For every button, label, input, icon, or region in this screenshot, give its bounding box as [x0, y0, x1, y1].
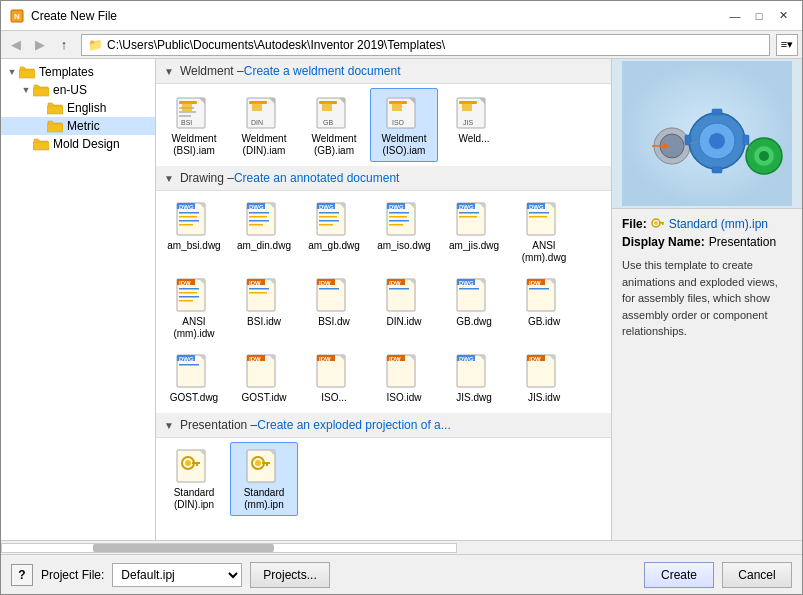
preview-image: [612, 59, 802, 209]
file-label: GOST.dwg: [170, 392, 218, 404]
tree-item-english[interactable]: ▶ English: [1, 99, 155, 117]
file-item-bsi2[interactable]: IDW BSI.dw: [300, 271, 368, 345]
file-item-weld-jis[interactable]: JIS Weld...: [440, 88, 508, 162]
section-link[interactable]: Create a weldment document: [244, 64, 401, 78]
scrollbar-thumb[interactable]: [93, 544, 275, 552]
svg-text:DIN: DIN: [251, 119, 263, 126]
minimize-button[interactable]: —: [724, 5, 746, 27]
file-item-weld-iso[interactable]: ISO Weldment(ISO).iam: [370, 88, 438, 162]
svg-rect-81: [179, 300, 193, 302]
svg-rect-45: [249, 224, 263, 226]
maximize-button[interactable]: □: [748, 5, 770, 27]
create-button[interactable]: Create: [644, 562, 714, 588]
tree-item-metric[interactable]: ▶ Metric: [1, 117, 155, 135]
project-file-select[interactable]: Default.ipj: [112, 563, 242, 587]
svg-rect-107: [529, 288, 549, 290]
cancel-button[interactable]: Cancel: [722, 562, 792, 588]
file-item-gb-idw[interactable]: IDW GB.idw: [510, 271, 578, 345]
window-title: Create New File: [31, 9, 724, 23]
svg-rect-86: [249, 288, 269, 290]
close-button[interactable]: ✕: [772, 5, 794, 27]
file-item-std-mm-ipn[interactable]: Standard(mm).ipn: [230, 442, 298, 516]
main-window: N Create New File — □ ✕ ◀ ▶ ↑ 📁 C:\Users…: [0, 0, 803, 595]
path-text: C:\Users\Public\Documents\Autodesk\Inven…: [107, 38, 445, 52]
section-header-drawing[interactable]: ▼ Drawing – Create an annotated document: [156, 166, 611, 191]
svg-rect-18: [322, 103, 332, 111]
file-label-prefix: File:: [622, 217, 647, 231]
svg-rect-50: [319, 212, 339, 214]
tree-label: English: [67, 101, 106, 115]
file-panel: ▼ Weldment – Create a weldment document: [156, 59, 612, 540]
file-item-gb-dwg[interactable]: DWG GB.dwg: [440, 271, 508, 345]
toolbar: ◀ ▶ ↑ 📁 C:\Users\Public\Documents\Autode…: [1, 31, 802, 59]
section-header-presentation[interactable]: ▼ Presentation – Create an exploded proj…: [156, 413, 611, 438]
svg-point-157: [759, 151, 769, 161]
file-label: am_iso.dwg: [377, 240, 430, 252]
svg-text:IDW: IDW: [529, 280, 541, 286]
svg-rect-43: [249, 216, 267, 218]
help-button[interactable]: ?: [11, 564, 33, 586]
file-item-am-jis-dwg[interactable]: DWG am_jis.dwg: [440, 195, 508, 269]
file-item-weld-din[interactable]: DIN Weldment(DIN).iam: [230, 88, 298, 162]
file-item-jis-dwg[interactable]: DWG JIS.dwg: [440, 347, 508, 409]
svg-text:BSI: BSI: [181, 119, 192, 126]
file-info-row: File: Standard (mm).ipn: [622, 217, 792, 231]
file-item-weld-gb[interactable]: GB Weldment(GB).iam: [300, 88, 368, 162]
svg-rect-36: [179, 220, 199, 222]
back-button[interactable]: ◀: [5, 34, 27, 56]
file-item-am-iso-dwg[interactable]: DWG am_iso.dwg: [370, 195, 438, 269]
folder-icon: [33, 83, 49, 97]
section-link[interactable]: Create an annotated document: [234, 171, 399, 185]
svg-text:DWG: DWG: [319, 204, 334, 210]
file-item-weld-bsi[interactable]: BSI Weldment(BSI).iam: [160, 88, 228, 162]
tree-label: Metric: [67, 119, 100, 133]
view-options-button[interactable]: ≡▾: [776, 34, 798, 56]
file-label: BSI.dw: [318, 316, 350, 328]
svg-rect-139: [247, 450, 275, 482]
horizontal-scrollbar[interactable]: [1, 543, 457, 553]
file-item-jis-idw[interactable]: IDW JIS.idw: [510, 347, 578, 409]
forward-button[interactable]: ▶: [29, 34, 51, 56]
up-button[interactable]: ↑: [53, 34, 75, 56]
file-item-gost-dwg[interactable]: DWG GOST.dwg: [160, 347, 228, 409]
svg-text:IDW: IDW: [179, 280, 191, 286]
file-label: JIS.dwg: [456, 392, 492, 404]
project-file-label: Project File:: [41, 568, 104, 582]
file-item-std-din-ipn[interactable]: Standard(DIN).ipn: [160, 442, 228, 516]
svg-rect-34: [179, 212, 199, 214]
svg-text:IDW: IDW: [389, 280, 401, 286]
projects-button[interactable]: Projects...: [250, 562, 329, 588]
svg-rect-35: [179, 216, 197, 218]
section-header-weldment[interactable]: ▼ Weldment – Create a weldment document: [156, 59, 611, 84]
file-item-am-bsi-dwg[interactable]: DWG am_bsi.dwg: [160, 195, 228, 269]
svg-rect-42: [249, 212, 269, 214]
file-item-din-idw[interactable]: IDW DIN.idw: [370, 271, 438, 345]
file-label: GB.idw: [528, 316, 560, 328]
file-item-am-gb-dwg[interactable]: DWG am_gb.dwg: [300, 195, 368, 269]
tree-item-mold-design[interactable]: ▶ Mold Design: [1, 135, 155, 153]
file-item-bsi-idw[interactable]: IDW BSI.idw: [230, 271, 298, 345]
tree-item-en-us[interactable]: ▼ en-US: [1, 81, 155, 99]
svg-text:DWG: DWG: [389, 204, 404, 210]
svg-text:DWG: DWG: [179, 356, 194, 362]
file-item-gost-idw[interactable]: IDW GOST.idw: [230, 347, 298, 409]
section-title: Weldment –: [180, 64, 244, 78]
tree-label: Mold Design: [53, 137, 120, 151]
display-name-row: Display Name: Presentation: [622, 235, 792, 249]
file-item-iso-idw[interactable]: IDW ISO.idw: [370, 347, 438, 409]
svg-point-150: [709, 133, 725, 149]
file-item-iso2-idw[interactable]: IDW ISO...: [300, 347, 368, 409]
window-controls: — □ ✕: [724, 5, 794, 27]
file-label: Weldment(GB).iam: [312, 133, 357, 157]
file-item-ansi-mm-dwg[interactable]: DWG ANSI(mm).dwg: [510, 195, 578, 269]
file-item-am-din-dwg[interactable]: DWG am_din.dwg: [230, 195, 298, 269]
svg-point-142: [255, 460, 261, 466]
section-link[interactable]: Create an exploded projection of a...: [257, 418, 450, 432]
file-item-ansi-mm-idw[interactable]: IDW ANSI(mm).idw: [160, 271, 228, 345]
svg-rect-78: [179, 288, 199, 290]
svg-point-163: [654, 221, 658, 225]
svg-rect-53: [319, 224, 333, 226]
file-label: ISO.idw: [386, 392, 421, 404]
main-area: ▼ Templates ▼ en-US: [1, 59, 802, 540]
tree-item-templates[interactable]: ▼ Templates: [1, 63, 155, 81]
